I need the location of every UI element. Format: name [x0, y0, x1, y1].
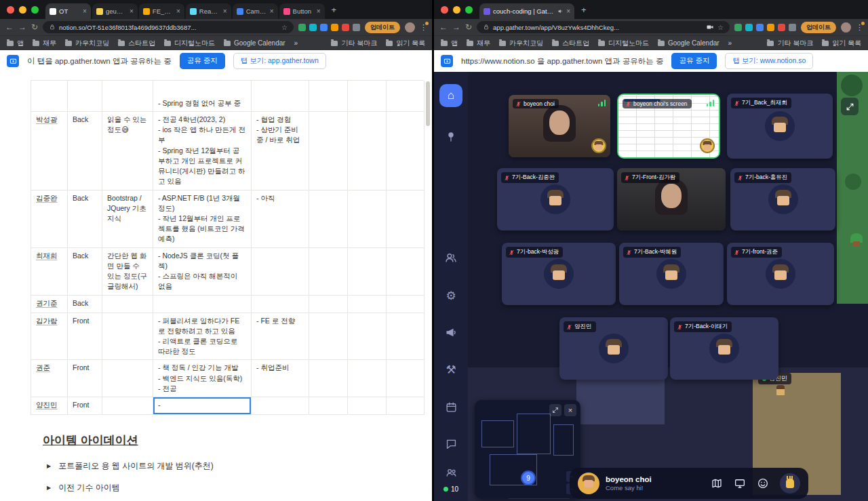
minimize-window-button[interactable]: [19, 6, 26, 14]
chat-icon[interactable]: [443, 435, 459, 452]
self-identity[interactable]: boyeon choi Come say hi!: [606, 475, 652, 492]
bookmark-item[interactable]: 기타 북마크: [767, 39, 813, 48]
member-note[interactable]: [252, 296, 309, 313]
participant-tile[interactable]: 양진민: [559, 317, 668, 380]
minimize-window-button[interactable]: [453, 6, 460, 14]
minimap-player-marker[interactable]: 9: [521, 470, 536, 485]
participant-tile[interactable]: 7기-back-박성광: [502, 243, 616, 305]
member-detail[interactable]: -: [153, 397, 252, 415]
member-role[interactable]: Front: [68, 313, 102, 361]
settings-gear-icon[interactable]: ⚙: [443, 287, 459, 304]
empty-cell[interactable]: [348, 313, 387, 361]
member-skill[interactable]: [102, 397, 153, 415]
members-icon[interactable]: [443, 464, 459, 480]
member-name-link[interactable]: 김중완: [31, 191, 68, 248]
member-detail[interactable]: - NodeJS 클론 코딩(첫 플젝) - 스프링은 아직 해본적이 없음: [153, 248, 252, 296]
tab-close-icon[interactable]: ×: [566, 7, 570, 15]
participant-tile[interactable]: 7기-back-홍유진: [730, 168, 835, 231]
bookmark-item[interactable]: 스타트업: [118, 39, 155, 48]
toggle-item[interactable]: ▶ 이전 기수 아이템: [47, 482, 425, 494]
window-controls[interactable]: [7, 6, 39, 14]
chrome-update-button[interactable]: 업데이트: [365, 22, 400, 33]
bookmark-star-icon[interactable]: ☆: [717, 24, 724, 31]
scrollbar-thumb[interactable]: [426, 81, 430, 126]
browser-tab[interactable]: FE_proje ×: [139, 3, 184, 19]
participant-tile[interactable]: boyeon choi: [509, 95, 610, 157]
close-window-button[interactable]: [7, 6, 14, 14]
puzzle-icon[interactable]: [789, 24, 796, 31]
camera-in-use-icon[interactable]: [706, 23, 714, 31]
extension-icon[interactable]: [756, 24, 764, 31]
member-note[interactable]: - 취업준비: [252, 360, 309, 397]
bookmark-item[interactable]: 앱: [7, 39, 24, 48]
member-skill[interactable]: 읽을 수 있는 정도😅: [102, 112, 153, 191]
member-detail[interactable]: - 퍼블리셔로 일하다가 FE 로 전향하려고 하고 있음 - 리액트로 클론 …: [153, 313, 252, 361]
empty-cell[interactable]: [309, 112, 348, 191]
browser-tab[interactable]: geum-yo ×: [92, 3, 138, 19]
toggle-item[interactable]: ▶ 포트폴리오 용 웹 사이트의 개발 범위(추천): [47, 460, 425, 472]
tab-close-icon[interactable]: ×: [270, 7, 274, 15]
extension-icon[interactable]: [734, 24, 742, 31]
profile-avatar[interactable]: [405, 22, 415, 33]
member-note[interactable]: - 협업 경험 - 상반기 준비 중 / 바로 취업: [252, 112, 309, 191]
chrome-update-button[interactable]: 업데이트: [801, 22, 836, 33]
bookmark-item[interactable]: 재무: [33, 39, 56, 48]
emotes-icon[interactable]: [757, 477, 769, 489]
bookmark-item[interactable]: 앱: [441, 39, 458, 48]
puzzle-icon[interactable]: [353, 24, 360, 31]
empty-cell[interactable]: [387, 81, 425, 112]
member-detail[interactable]: - 책 정독 / 인강 기능 개발 - 백엔드 지식도 있음(독학) - 전공: [153, 360, 252, 397]
member-skill[interactable]: Bootstrap / JQuery 기초 지식: [102, 191, 153, 248]
url-field[interactable]: notion.so/OT-51e36f8013fa469d9637ddb3687…: [43, 21, 294, 33]
toggle-arrow-icon[interactable]: ▶: [47, 463, 51, 469]
member-note[interactable]: [252, 397, 309, 415]
screen-share-toggle-icon[interactable]: [734, 477, 746, 489]
participant-tile[interactable]: boyeon choi's screen: [618, 95, 719, 157]
browser-tab[interactable]: Button ×: [279, 3, 325, 19]
bookmark-star-icon[interactable]: ☆: [281, 24, 288, 31]
empty-cell[interactable]: [309, 360, 348, 397]
minimap-expand-icon[interactable]: [549, 404, 561, 416]
member-name-link[interactable]: 양진민: [31, 397, 68, 415]
empty-cell[interactable]: [387, 313, 425, 361]
pin-icon[interactable]: [443, 129, 459, 145]
self-avatar[interactable]: [578, 473, 599, 494]
extension-icon[interactable]: [309, 24, 317, 31]
calendar-icon[interactable]: [443, 399, 459, 415]
member-role[interactable]: Front: [68, 360, 102, 397]
fullscreen-window-button[interactable]: [31, 6, 39, 14]
member-skill[interactable]: 간단한 웹 화면 만들 수 있는 정도(구글링해서): [102, 248, 153, 296]
expand-grid-icon[interactable]: [841, 98, 859, 115]
empty-cell[interactable]: [68, 81, 102, 112]
view-tab-button[interactable]: 탭 보기: app.gather.town: [233, 53, 326, 69]
extension-icon[interactable]: [342, 24, 349, 31]
megaphone-icon[interactable]: [443, 324, 459, 340]
participant-tile[interactable]: 7기_Back_최재희: [727, 94, 833, 159]
empty-cell[interactable]: [387, 112, 425, 191]
member-detail[interactable]: - 전공 4학년(2023, 2) - ios 작은 앱 하나 만든게 전부 -…: [153, 112, 252, 191]
minimap-toggle-icon[interactable]: [711, 477, 723, 489]
empty-cell[interactable]: [309, 191, 348, 248]
browser-tab[interactable]: CampUs ×: [233, 3, 278, 19]
toggle-arrow-icon[interactable]: ▶: [47, 485, 51, 491]
empty-cell[interactable]: [348, 248, 387, 296]
empty-cell[interactable]: [387, 360, 425, 397]
member-role[interactable]: Front: [68, 397, 102, 415]
member-name-link[interactable]: 박성광: [31, 112, 68, 191]
view-tab-button[interactable]: 탭 보기: www.notion.so: [725, 53, 813, 69]
window-controls[interactable]: [441, 6, 473, 14]
empty-cell[interactable]: [348, 81, 387, 112]
bookmark-item[interactable]: 읽기 목록: [822, 39, 861, 48]
back-icon[interactable]: ←: [5, 23, 14, 31]
extension-icons[interactable]: [734, 24, 796, 31]
stop-sharing-button[interactable]: 공유 중지: [671, 53, 717, 69]
bookmark-item[interactable]: 카우치코딩: [65, 39, 109, 48]
tab-close-icon[interactable]: ×: [83, 7, 87, 15]
empty-cell[interactable]: [348, 112, 387, 191]
bookmarks-overflow-icon[interactable]: »: [294, 39, 298, 47]
minimap[interactable]: × 9 + −: [475, 400, 580, 498]
empty-cell[interactable]: [309, 313, 348, 361]
browser-tab[interactable]: OT ×: [45, 3, 91, 19]
bookmark-item[interactable]: 스타트업: [552, 39, 589, 48]
empty-cell[interactable]: [309, 296, 348, 313]
